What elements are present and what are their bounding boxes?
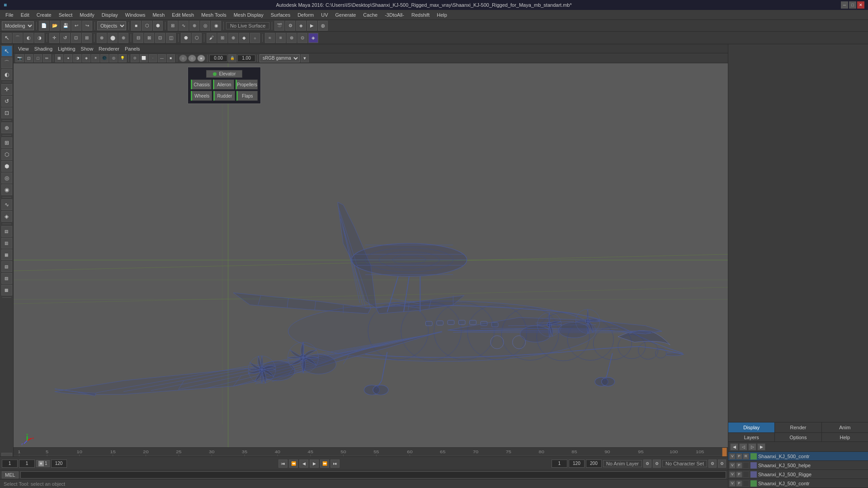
hypershade-btn[interactable]: ◈ (296, 21, 306, 31)
move-lt-btn[interactable]: ✛ (1, 84, 12, 95)
soft-select-btn[interactable]: ◑ (34, 33, 44, 43)
anim-curve-btn[interactable]: ≈ (265, 33, 275, 43)
extrude-btn[interactable]: ⬣ (181, 33, 191, 43)
menu-item-mesh-tools[interactable]: Mesh Tools (198, 11, 230, 19)
anim-layer-options-btn[interactable]: ⚙ (643, 460, 651, 468)
transform-lt-btn[interactable]: ⊞ (1, 137, 12, 148)
close-button[interactable]: ✕ (857, 1, 864, 9)
layer-p-btn-4[interactable]: P (736, 480, 742, 487)
vp-menu-shading[interactable]: Shading (32, 46, 55, 52)
menu-item-edit[interactable]: Edit (17, 11, 33, 19)
range-end-input[interactable] (569, 460, 585, 468)
menu-item-generate[interactable]: Generate (331, 11, 359, 19)
render-view-btn[interactable]: ▶ (307, 21, 317, 31)
menu-item-redshift[interactable]: Redshift (408, 11, 433, 19)
chassis-btn[interactable]: Chassis (191, 80, 212, 89)
menu-item-help[interactable]: Help (433, 11, 451, 19)
mirror-skin-btn[interactable]: ⊞ (217, 33, 227, 43)
options-btn[interactable]: Options (775, 433, 821, 441)
propellers-btn[interactable]: Propellers (236, 80, 258, 89)
timeline-ruler[interactable]: 1 5 10 15 20 25 30 35 40 45 50 55 60 65 … (14, 447, 728, 456)
step-fwd-btn[interactable]: ⏩ (320, 460, 329, 468)
rotate-lt-btn[interactable]: ↺ (1, 96, 12, 107)
layer-r-btn-3[interactable] (743, 471, 749, 478)
cluster-lt-btn[interactable]: ⬢ (1, 161, 12, 172)
layer-lt-btn5[interactable]: ▨ (1, 273, 12, 284)
snap-point-btn[interactable]: ⊕ (189, 21, 199, 31)
no-character-set-btn[interactable]: No Character Set (662, 460, 707, 467)
wheels-btn[interactable]: Wheels (191, 91, 212, 101)
select-tool-btn[interactable]: ↖ (2, 33, 12, 43)
vp-menu-view[interactable]: View (15, 46, 32, 52)
menu-item-mesh-display[interactable]: Mesh Display (230, 11, 267, 19)
menu-item-surfaces[interactable]: Surfaces (267, 11, 294, 19)
layer-item-2[interactable]: V P Shaanxi_KJ_500_helpe (728, 461, 868, 470)
vp-menu-renderer[interactable]: Renderer (96, 46, 122, 52)
vp-face-btn[interactable]: ■ (167, 54, 175, 62)
menu-item-uv[interactable]: UV (317, 11, 331, 19)
current-frame2-input[interactable] (19, 460, 35, 468)
vp-smooth-btn[interactable]: ● (64, 54, 72, 62)
layer-lt-btn6[interactable]: ▩ (1, 285, 12, 296)
menu-item-display[interactable]: Display (98, 11, 122, 19)
sculpt-btn[interactable]: ⬤ (108, 33, 118, 43)
auto-key-btn[interactable]: ⬦ (250, 33, 260, 43)
lasso-btn[interactable]: ⬡ (142, 21, 152, 31)
layer-p-btn-2[interactable]: P (736, 462, 742, 469)
vp-value-input1[interactable] (209, 55, 227, 62)
insert-edge-btn[interactable]: ⊟ (133, 33, 143, 43)
layer-v-btn-2[interactable]: V (729, 462, 736, 469)
open-file-button[interactable]: 📂 (50, 21, 60, 31)
objects-dropdown[interactable]: Objects (97, 21, 126, 30)
paint-select-btn[interactable]: ◐ (24, 33, 33, 43)
layer-r-btn-2[interactable] (743, 462, 749, 469)
layer-lt-btn4[interactable]: ▧ (1, 261, 12, 272)
move-tool-btn[interactable]: ✛ (49, 33, 59, 43)
vp-persp-btn[interactable]: ⊡ (25, 54, 33, 62)
offset-edge-btn[interactable]: ⊠ (144, 33, 154, 43)
go-start-btn[interactable]: ⏮ (278, 460, 288, 468)
play-fwd-btn[interactable]: ▶ (310, 460, 319, 468)
go-end-btn[interactable]: ⏭ (330, 460, 340, 468)
extra3-btn[interactable]: ◈ (308, 33, 318, 43)
menu-item-select[interactable]: Select (55, 11, 76, 19)
set-key-btn[interactable]: ◆ (239, 33, 249, 43)
menu-item-file[interactable]: File (2, 11, 17, 19)
vp-circle3-btn[interactable]: ● (197, 55, 205, 62)
vp-use-all-lights-btn[interactable]: 💡 (118, 54, 127, 62)
layer-v-btn-4[interactable]: V (729, 480, 736, 487)
menu-item-mesh[interactable]: Mesh (149, 11, 168, 19)
extra2-btn[interactable]: ⊙ (297, 33, 307, 43)
layer-p-btn-3[interactable]: P (736, 471, 742, 478)
menu-item-windows[interactable]: Windows (122, 11, 149, 19)
select-lt-btn[interactable]: ↖ (1, 46, 12, 56)
snap-surface-btn[interactable]: ◎ (200, 21, 210, 31)
layer-item-4[interactable]: V P Shaanxi_KJ_500_contr (728, 479, 868, 488)
layer-p-btn-1[interactable]: P (736, 453, 742, 460)
show-lt-btn[interactable]: ⊕ (1, 122, 12, 133)
range-start-input[interactable] (552, 460, 567, 468)
soft-mod-btn[interactable]: ⊗ (97, 33, 107, 43)
undo-button[interactable]: ↩ (71, 21, 81, 31)
color-space-expand-btn[interactable]: ▼ (301, 54, 309, 62)
vp-all-lights-btn[interactable]: ☀ (91, 54, 99, 62)
universal-manip-btn[interactable]: ⊞ (82, 33, 92, 43)
layer-v-btn-3[interactable]: V (729, 471, 736, 478)
no-anim-layer-btn[interactable]: No Anim Layer (603, 460, 642, 467)
vp-isolate-btn[interactable]: ⊙ (131, 54, 139, 62)
joint-lt-btn[interactable]: ◎ (1, 173, 12, 183)
paint-lt-btn[interactable]: ◐ (1, 69, 12, 80)
end-frame-input[interactable] (51, 460, 67, 468)
ik-lt-btn[interactable]: ◉ (1, 184, 12, 195)
menu-item-create[interactable]: Create (33, 11, 55, 19)
bridge-btn[interactable]: ⬡ (192, 33, 202, 43)
vp-value-input2[interactable] (237, 55, 255, 62)
vp-cam-btn[interactable]: 📷 (15, 54, 24, 62)
layer-next-btn[interactable]: ▶ (757, 443, 765, 450)
color-space-dropdown[interactable]: sRGB gamma (259, 54, 300, 62)
render-current-btn[interactable]: 🎬 (274, 21, 284, 31)
menu-item-edit-mesh[interactable]: Edit Mesh (168, 11, 198, 19)
vp-wire-btn[interactable]: ▦ (55, 54, 63, 62)
aileron-btn[interactable]: Aileron (213, 80, 234, 89)
lasso-tool-btn[interactable]: ⌒ (13, 33, 23, 43)
